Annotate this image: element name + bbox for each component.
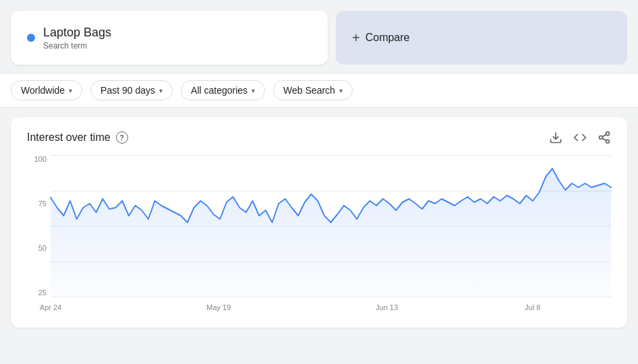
filter-location[interactable]: Worldwide ▾ — [11, 80, 82, 100]
chart-body — [51, 155, 611, 297]
chevron-down-icon: ▾ — [252, 87, 255, 94]
chart-area: 100 75 50 25 — [27, 155, 611, 317]
x-label-apr24: Apr 24 — [40, 303, 61, 311]
chart-actions — [549, 131, 611, 144]
y-axis-labels: 100 75 50 25 — [27, 155, 51, 297]
y-label-75: 75 — [27, 200, 51, 208]
x-label-jul8: Jul 8 — [525, 303, 540, 311]
filter-category[interactable]: All categories ▾ — [181, 80, 265, 100]
svg-point-2 — [600, 136, 603, 140]
top-section: Laptop Bags Search term + Compare — [0, 0, 638, 73]
search-term-card: Laptop Bags Search term — [11, 11, 328, 65]
svg-line-5 — [602, 134, 606, 136]
x-label-jun13: Jun 13 — [376, 303, 398, 311]
y-label-50: 50 — [27, 244, 51, 252]
chevron-down-icon: ▾ — [69, 87, 72, 94]
chevron-down-icon: ▾ — [159, 87, 163, 94]
y-label-25: 25 — [27, 289, 51, 297]
x-axis-labels: Apr 24 May 19 Jun 13 Jul 8 — [51, 298, 611, 317]
filter-search-type[interactable]: Web Search ▾ — [273, 80, 353, 100]
search-term-subtitle: Search term — [43, 41, 111, 51]
embed-icon[interactable] — [573, 131, 587, 144]
search-term-title: Laptop Bags — [43, 26, 111, 40]
chart-title: Interest over time — [27, 131, 111, 144]
trend-line-chart — [51, 155, 611, 297]
chart-section: Interest over time ? — [11, 117, 627, 328]
share-icon[interactable] — [598, 131, 611, 144]
chart-header: Interest over time ? — [27, 131, 611, 144]
grid-line-bottom — [51, 297, 611, 297]
filter-period[interactable]: Past 90 days ▾ — [90, 80, 173, 100]
x-label-may19: May 19 — [206, 303, 231, 311]
plus-icon: + — [352, 30, 360, 46]
download-icon[interactable] — [549, 131, 562, 144]
svg-point-3 — [606, 140, 610, 143]
chevron-down-icon: ▾ — [339, 87, 343, 94]
y-label-100: 100 — [27, 155, 51, 163]
filter-bar: Worldwide ▾ Past 90 days ▾ All categorie… — [0, 73, 638, 108]
search-term-text: Laptop Bags Search term — [43, 26, 111, 51]
svg-point-1 — [606, 132, 610, 135]
help-icon[interactable]: ? — [116, 131, 128, 144]
compare-card[interactable]: + Compare — [336, 11, 627, 65]
svg-line-4 — [602, 138, 606, 140]
compare-label: Compare — [366, 32, 410, 44]
search-term-dot — [27, 34, 35, 42]
chart-title-group: Interest over time ? — [27, 131, 128, 144]
